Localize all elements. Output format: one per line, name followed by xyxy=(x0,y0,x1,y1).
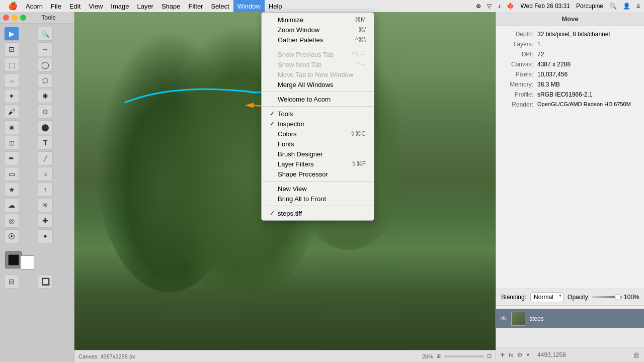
heal-tool[interactable]: ✚ xyxy=(38,214,53,228)
list-icon: ≡ xyxy=(636,3,640,10)
ellipse-select-tool[interactable]: ◯ xyxy=(38,58,53,72)
arrow-tool[interactable]: ▶ xyxy=(4,27,19,41)
add-layer-icon[interactable]: + xyxy=(500,350,505,359)
menubar: 🍎 Acorn File Edit View Image Layer Shape… xyxy=(0,0,644,12)
menu-item-welcome[interactable]: Welcome to Acorn xyxy=(262,94,374,104)
menu-item-gather[interactable]: Gather Palettes ^⌘\ xyxy=(262,35,374,45)
smudge-tool[interactable]: ⦿ xyxy=(4,229,19,243)
sunburst-tool[interactable]: ✳ xyxy=(38,198,53,212)
search-icon[interactable]: 🔍 xyxy=(609,3,617,10)
crop-tool[interactable]: ⊡ xyxy=(4,42,19,56)
menu-item-new-view[interactable]: New View xyxy=(262,184,374,194)
clone-icon: ◎ xyxy=(9,217,15,225)
polygon-select-tool[interactable]: ⬠ xyxy=(38,73,53,87)
eraser-tool[interactable]: ▣ xyxy=(4,120,19,134)
volume-icon: ♪ xyxy=(498,3,501,10)
arrow-shape-tool[interactable]: ↑ xyxy=(38,183,53,197)
settings-icon[interactable]: ⚙ xyxy=(517,351,523,358)
zoom-button[interactable] xyxy=(20,15,26,21)
paint-brush-tool[interactable]: 🖌 xyxy=(4,105,19,119)
cloud-tool[interactable]: ☁ xyxy=(4,198,19,212)
zoom-slider[interactable] xyxy=(444,355,484,357)
separator-5 xyxy=(262,206,374,206)
layer-row[interactable]: 👁 steps xyxy=(496,309,644,328)
text-tool[interactable]: T xyxy=(38,136,53,150)
shape-menu[interactable]: Shape xyxy=(157,0,185,12)
pen-tool[interactable]: ✒ xyxy=(4,151,19,165)
clone-tool[interactable]: ◎ xyxy=(4,214,19,228)
menu-item-brush-designer[interactable]: Brush Designer xyxy=(262,149,374,159)
menu-item-inspector[interactable]: ✓ Inspector xyxy=(262,119,374,129)
menu-item-colors[interactable]: Colors ⇧⌘C xyxy=(262,129,374,139)
acorn-menu[interactable]: Acorn xyxy=(22,0,47,12)
pixels-value: 10,037,456 xyxy=(537,71,638,78)
menu-item-steps-tiff[interactable]: ✓ steps.tiff xyxy=(262,208,374,218)
fonts-label: Fonts xyxy=(278,140,294,148)
blending-select-wrapper[interactable]: Normal Multiply Screen Overlay xyxy=(530,292,564,302)
layer-visibility-icon[interactable]: 👁 xyxy=(500,315,507,323)
opacity-slider-area: Opacity: 100% xyxy=(568,294,639,301)
layer-menu[interactable]: Layer xyxy=(133,0,157,12)
next-tab-label: Show Next Tab xyxy=(278,61,321,68)
help-menu[interactable]: Help xyxy=(265,0,286,12)
dpi-value: 72 xyxy=(537,51,638,58)
zoom-tool[interactable]: 🔍 xyxy=(38,27,53,41)
eraser-icon: ▣ xyxy=(9,124,14,131)
steps-check: ✓ xyxy=(270,210,278,217)
menu-item-zoom[interactable]: Zoom Window ⌘/ xyxy=(262,25,374,35)
opacity-thumb[interactable] xyxy=(615,294,621,300)
wifi-icon: ⊕ xyxy=(476,3,481,10)
close-button[interactable] xyxy=(3,15,9,21)
window-menu[interactable]: Window xyxy=(233,0,265,12)
file-menu[interactable]: File xyxy=(47,0,65,12)
menu-item-tools[interactable]: ✓ Tools xyxy=(262,109,374,119)
sunburst-icon: ✳ xyxy=(42,201,48,209)
menu-item-shape-processor[interactable]: Shape Processor xyxy=(262,169,374,179)
delete-layer-icon[interactable]: 🗑 xyxy=(633,351,640,359)
colors-label: Colors xyxy=(278,130,297,138)
quick-mask-tool[interactable]: ⊟ xyxy=(4,275,19,289)
menu-item-layer-filters[interactable]: Layer Filters ⇧⌘F xyxy=(262,159,374,169)
menu-item-minimize[interactable]: Minimize ⌘M xyxy=(262,15,374,25)
lasso-tool[interactable]: ⌓ xyxy=(4,73,19,87)
ellipse-shape-tool[interactable]: ○ xyxy=(38,167,53,181)
line-tool[interactable]: ╱ xyxy=(38,151,53,165)
menu-item-fonts[interactable]: Fonts xyxy=(262,139,374,149)
transform-tool[interactable]: ↔ xyxy=(38,42,53,56)
stamp-tool[interactable]: ⊙ xyxy=(38,105,53,119)
menu-item-merge[interactable]: Merge All Windows xyxy=(262,79,374,89)
brush-label: Brush Designer xyxy=(278,150,323,158)
select-menu[interactable]: Select xyxy=(207,0,233,12)
minimize-label: Minimize xyxy=(278,16,303,24)
menu-item-next-tab[interactable]: Show Next Tab ^→ xyxy=(262,59,374,69)
view-menu[interactable]: View xyxy=(85,0,107,12)
filter-menu[interactable]: Filter xyxy=(185,0,207,12)
apple-menu[interactable]: 🍎 xyxy=(4,0,22,12)
zoom-fit-icon: ⊞ xyxy=(436,353,441,359)
image-menu[interactable]: Image xyxy=(107,0,133,12)
color-wand-tool[interactable]: ✱ xyxy=(38,89,53,103)
magic-wand-tool[interactable]: ✦ xyxy=(4,89,19,103)
color-wand-icon: ✱ xyxy=(42,92,48,100)
opacity-track[interactable] xyxy=(592,296,622,298)
sharpen-tool[interactable]: ✦ xyxy=(38,229,53,243)
gear-dropdown-icon[interactable]: ▾ xyxy=(527,352,529,357)
blending-mode-select[interactable]: Normal Multiply Screen Overlay xyxy=(530,292,564,302)
menu-item-prev-tab[interactable]: Show Previous Tab ^⇧→ xyxy=(262,49,374,59)
fx-icon[interactable]: fx xyxy=(509,352,513,358)
fill-icon: ⬤ xyxy=(41,123,49,131)
menu-item-move-tab[interactable]: Move Tab to New Window xyxy=(262,69,374,79)
battery-icon: ▽ xyxy=(487,3,492,10)
rect-select-tool[interactable]: ⬚ xyxy=(4,58,19,72)
minimize-button[interactable] xyxy=(12,15,18,21)
rect-shape-tool[interactable]: ▭ xyxy=(4,167,19,181)
inspector-row-layers: Layers: 1 xyxy=(496,39,644,49)
star-shape-tool[interactable]: ★ xyxy=(4,183,19,197)
gradient-tool[interactable]: ◫ xyxy=(4,136,19,150)
color-picker-tool[interactable]: 🔲 xyxy=(38,275,53,289)
filters-label: Layer Filters xyxy=(278,160,314,168)
render-value: OpenGL/CG/AMD Radeon HD 6750M xyxy=(537,101,638,108)
edit-menu[interactable]: Edit xyxy=(65,0,85,12)
fill-tool[interactable]: ⬤ xyxy=(38,120,53,134)
menu-item-bring-front[interactable]: Bring All to Front xyxy=(262,194,374,204)
